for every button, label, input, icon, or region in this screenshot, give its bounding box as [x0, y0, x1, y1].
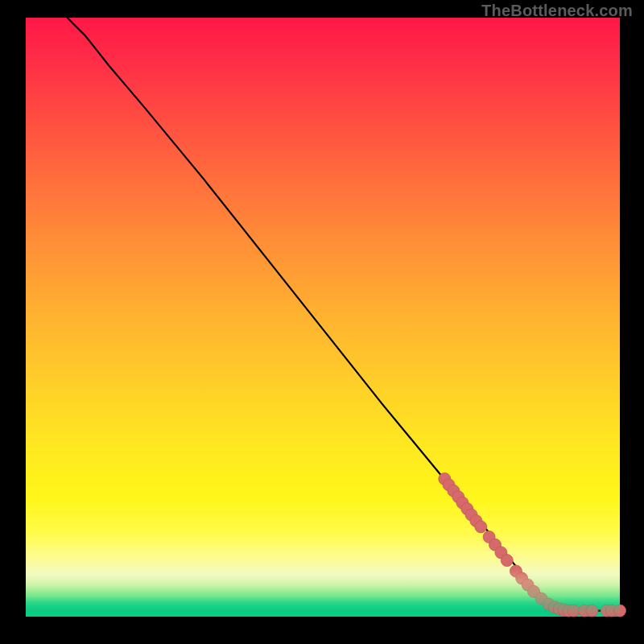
chart-frame: TheBottleneck.com — [0, 0, 644, 644]
data-point — [475, 521, 487, 533]
data-point — [501, 555, 513, 567]
data-point — [568, 605, 580, 617]
data-markers — [439, 473, 626, 617]
data-point — [614, 605, 626, 617]
data-point — [586, 605, 598, 617]
plot-area — [26, 18, 620, 617]
bottleneck-curve — [68, 18, 620, 611]
bottleneck-curve-svg — [26, 18, 620, 617]
